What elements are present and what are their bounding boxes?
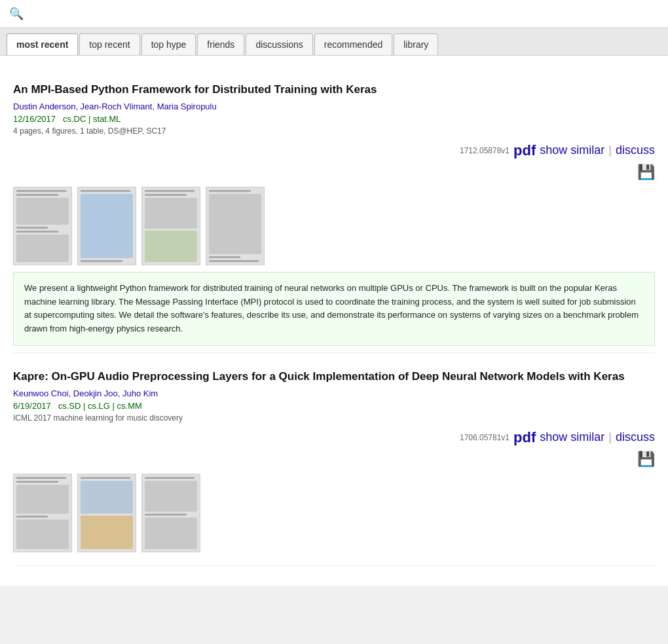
tab-friends[interactable]: friends bbox=[197, 33, 244, 55]
save-button[interactable]: 💾 bbox=[637, 163, 655, 181]
paper-card: Kapre: On-GPU Audio Preprocessing Layers… bbox=[13, 353, 655, 566]
thumbnails bbox=[13, 474, 655, 552]
paper-categories: cs.DC | stat.ML bbox=[63, 114, 121, 124]
paper-title: An MPI-Based Python Framework for Distri… bbox=[13, 82, 655, 98]
paper-meta: 4 pages, 4 figures, 1 table, DS@HEP, SC1… bbox=[13, 126, 655, 136]
paper-meta: ICML 2017 machine learning for music dis… bbox=[13, 413, 655, 423]
paper-date: 6/19/2017 bbox=[13, 401, 51, 411]
paper-date-cats: 6/19/2017 cs.SD | cs.LG | cs.MM bbox=[13, 401, 655, 411]
thumbnails bbox=[13, 187, 655, 265]
tab-top-hype[interactable]: top hype bbox=[141, 33, 196, 55]
show-similar-link[interactable]: show similar bbox=[540, 430, 604, 444]
paper-categories: cs.SD | cs.LG | cs.MM bbox=[58, 401, 142, 411]
tab-most-recent[interactable]: most recent bbox=[7, 33, 78, 55]
tab-top-recent[interactable]: top recent bbox=[79, 33, 139, 55]
search-input[interactable]: keras bbox=[30, 7, 659, 21]
thumbnail bbox=[77, 187, 136, 265]
paper-version: 1712.05878v1 bbox=[460, 146, 510, 155]
paper-actions: 1706.05781v1 pdf show similar | discuss bbox=[13, 429, 655, 446]
tabs-bar: most recent top recent top hype friends … bbox=[0, 28, 668, 56]
main-content: An MPI-Based Python Framework for Distri… bbox=[0, 56, 668, 586]
paper-version: 1706.05781v1 bbox=[460, 433, 510, 442]
save-button[interactable]: 💾 bbox=[637, 450, 655, 468]
pdf-link[interactable]: pdf bbox=[513, 429, 536, 446]
thumbnail bbox=[13, 474, 72, 552]
paper-title: Kapre: On-GPU Audio Preprocessing Layers… bbox=[13, 369, 655, 385]
show-similar-link[interactable]: show similar bbox=[540, 143, 604, 157]
discuss-link[interactable]: discuss bbox=[616, 430, 655, 444]
thumbnail bbox=[206, 187, 265, 265]
thumbnail bbox=[141, 474, 200, 552]
paper-authors[interactable]: Keunwoo Choi, Deokjin Joo, Juho Kim bbox=[13, 388, 655, 398]
separator: | bbox=[608, 430, 612, 444]
thumbnail bbox=[13, 187, 72, 265]
search-icon: 🔍 bbox=[9, 7, 24, 21]
paper-date: 12/16/2017 bbox=[13, 114, 56, 124]
thumbnail bbox=[77, 474, 136, 552]
paper-date-cats: 12/16/2017 cs.DC | stat.ML bbox=[13, 114, 655, 124]
separator: | bbox=[608, 143, 612, 157]
discuss-link[interactable]: discuss bbox=[616, 143, 655, 157]
abstract-box: We present a lightweight Python framewor… bbox=[13, 272, 655, 346]
tab-library[interactable]: library bbox=[394, 33, 438, 55]
search-bar: 🔍 keras bbox=[0, 0, 668, 28]
pdf-link[interactable]: pdf bbox=[513, 142, 536, 159]
paper-actions: 1712.05878v1 pdf show similar | discuss bbox=[13, 142, 655, 159]
paper-authors[interactable]: Dustin Anderson, Jean-Roch Vlimant, Mari… bbox=[13, 102, 655, 111]
thumbnail bbox=[141, 187, 200, 265]
tab-recommended[interactable]: recommended bbox=[314, 33, 393, 55]
tab-discussions[interactable]: discussions bbox=[246, 33, 312, 55]
paper-card: An MPI-Based Python Framework for Distri… bbox=[13, 69, 655, 353]
